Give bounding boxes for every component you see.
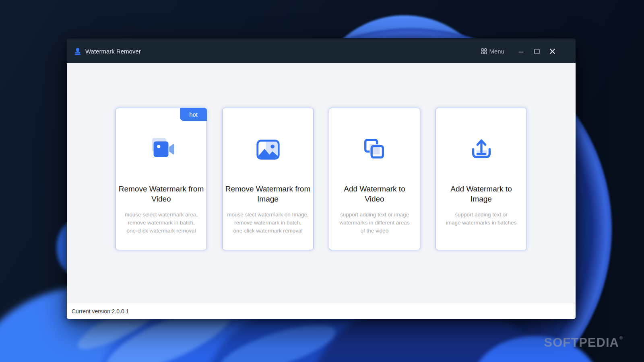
card-title: Remove Watermark from Video [119,184,204,204]
minimize-icon [518,49,524,54]
close-button[interactable] [545,39,560,63]
close-icon [549,48,555,54]
statusbar: Current version:2.0.0.1 [67,303,576,319]
card-add-watermark-to-video[interactable]: Add Watermark to Video support adding te… [329,108,420,250]
card-description: mouse select watermark area, remove wate… [125,211,198,235]
maximize-icon [534,49,540,54]
card-title: Add Watermark to Image [450,184,512,204]
titlebar[interactable]: Watermark Remover Menu [67,38,576,63]
watermark-remover-window: Watermark Remover Menu [67,38,576,319]
card-add-watermark-to-image[interactable]: Add Watermark to Image support adding te… [436,108,527,250]
maximize-button[interactable] [529,39,545,63]
feature-cards: hot Remove Watermark from Video mouse se… [67,63,576,250]
titlebar-right: Menu [481,39,576,63]
hot-badge: hot [180,108,207,121]
image-icon [255,136,281,163]
card-title: Remove Watermark from Image [225,184,311,204]
video-camera-icon [148,136,175,163]
card-description: mouse slect watermark on Image, remove w… [227,211,309,235]
menu-button[interactable]: Menu [481,48,504,55]
card-remove-watermark-from-image[interactable]: Remove Watermark from Image mouse slect … [222,108,314,250]
softpedia-brand-watermark: SOFTPEDIA® [544,335,623,350]
version-text: Current version:2.0.0.1 [72,308,129,315]
main-content: hot Remove Watermark from Video mouse se… [67,63,576,303]
card-description: support adding text or image watermarks … [446,211,517,227]
card-title: Add Watermark to Video [344,184,405,204]
window-title: Watermark Remover [85,48,141,55]
overlap-squares-icon [361,136,388,163]
card-remove-watermark-from-video[interactable]: hot Remove Watermark from Video mouse se… [116,108,207,250]
grid-menu-icon [481,48,487,54]
minimize-button[interactable] [513,39,529,63]
registered-mark: ® [619,335,623,340]
stamp-app-icon [74,47,82,56]
titlebar-left: Watermark Remover [74,47,141,56]
menu-label: Menu [489,48,504,55]
card-description: support adding text or image watermarks … [340,211,410,235]
upload-icon [468,136,495,163]
